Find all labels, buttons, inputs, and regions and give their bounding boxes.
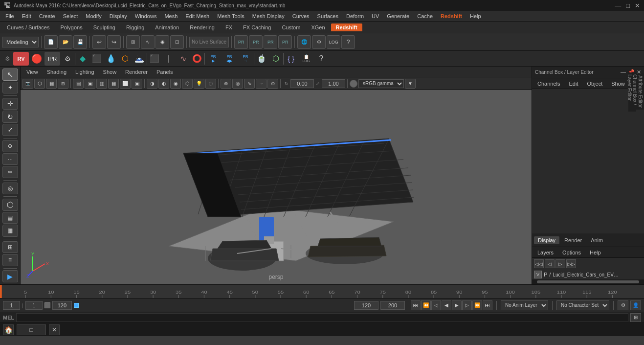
prev-frame-btn[interactable]: ◁ bbox=[431, 300, 441, 310]
shelf-gear-icon[interactable]: ⚙ bbox=[61, 52, 74, 66]
shelf-pr-2[interactable]: PR ◀▶ bbox=[222, 52, 237, 66]
vp-xray-btn[interactable]: ◎ bbox=[232, 79, 243, 89]
soft-mod-btn[interactable]: ⋯ bbox=[2, 153, 18, 165]
ws-tab-xgen[interactable]: XGen bbox=[306, 23, 330, 31]
menu-uv[interactable]: UV bbox=[368, 12, 382, 20]
vp-layout2-btn[interactable]: ▣ bbox=[85, 79, 95, 89]
show-manip-btn[interactable]: ◎ bbox=[2, 183, 18, 195]
play-fwd-btn[interactable]: ▶ bbox=[452, 300, 462, 310]
cb-channels-menu[interactable]: Channels bbox=[534, 80, 563, 88]
anim-max-input[interactable]: 200 bbox=[380, 301, 405, 310]
vp-layout4-btn[interactable]: ▦ bbox=[108, 79, 119, 89]
command-input[interactable] bbox=[16, 313, 628, 322]
shelf-log-icon[interactable]: 📋 LOG bbox=[298, 52, 314, 66]
playback-settings-btn[interactable]: ⚙ bbox=[618, 300, 628, 310]
shelf-red-cube[interactable]: ⬛ bbox=[148, 52, 161, 66]
scale-tool-btn[interactable]: ⤢ bbox=[2, 124, 18, 136]
snap-curve-btn[interactable]: ∿ bbox=[141, 35, 155, 49]
step-back-btn[interactable]: ⏪ bbox=[421, 300, 431, 310]
vp-camera-btn[interactable]: 📷 bbox=[22, 79, 33, 89]
timeline-ruler[interactable]: 5 10 15 20 25 30 35 40 45 50 5 bbox=[0, 284, 644, 298]
vp-shadow-btn[interactable]: ◌ bbox=[205, 79, 216, 89]
viewport[interactable]: View Shading Lighting Show Renderer Pane… bbox=[21, 67, 532, 284]
vp-menu-panels[interactable]: Panels bbox=[153, 68, 177, 76]
menu-curves[interactable]: Curves bbox=[289, 12, 313, 20]
shelf-curve-icon[interactable]: ∿ bbox=[176, 52, 190, 66]
render-settings-btn[interactable]: PR bbox=[278, 35, 292, 49]
playback-extra-btn[interactable]: 👤 bbox=[630, 300, 641, 310]
save-file-btn[interactable]: 💾 bbox=[73, 35, 87, 49]
layer-tab-render[interactable]: Render bbox=[560, 236, 586, 244]
shelf-poly-3[interactable]: ⬡ bbox=[118, 52, 132, 66]
layer-nav-4[interactable]: ▷▷ bbox=[566, 259, 576, 268]
ws-tab-sculpting[interactable]: Sculpting bbox=[89, 23, 120, 31]
display-2-btn[interactable]: ⚙ bbox=[312, 35, 326, 49]
taskbar-icon-1[interactable]: 🏠 bbox=[3, 324, 14, 335]
vp-layout5-btn[interactable]: ⬜ bbox=[120, 79, 131, 89]
vp-dof-btn[interactable]: ⊙ bbox=[267, 79, 278, 89]
cmd-settings-icon[interactable]: ⊞ bbox=[630, 313, 641, 322]
shelf-poly-4[interactable]: 🗻 bbox=[133, 52, 146, 66]
menu-edit[interactable]: Edit bbox=[19, 12, 35, 20]
shelf-ipr-icon[interactable]: IPR bbox=[44, 52, 60, 66]
layer-tab-display[interactable]: Display bbox=[534, 236, 559, 244]
vp-shading3-btn[interactable]: ◉ bbox=[170, 79, 181, 89]
layer-nav-2[interactable]: ◁ bbox=[545, 259, 555, 268]
vp-layout6-btn[interactable]: ▣ bbox=[132, 79, 142, 89]
layer-tab-anim[interactable]: Anim bbox=[587, 236, 607, 244]
render-ipr-btn[interactable]: PR bbox=[264, 35, 277, 49]
menu-mesh-tools[interactable]: Mesh Tools bbox=[214, 12, 247, 20]
anim-layer-selector[interactable]: No Anim Layer bbox=[501, 300, 548, 310]
vp-menu-show[interactable]: Show bbox=[99, 68, 121, 76]
menu-create[interactable]: Create bbox=[36, 12, 59, 20]
ws-tab-redshift[interactable]: Redshift bbox=[331, 23, 362, 31]
cb-edit-menu[interactable]: Edit bbox=[565, 80, 581, 88]
menu-mesh-display[interactable]: Mesh Display bbox=[249, 12, 288, 20]
next-frame-btn[interactable]: ▷ bbox=[462, 300, 472, 310]
snap-grid-btn[interactable]: ⊞ bbox=[126, 35, 140, 49]
shelf-poly-1[interactable]: ◆ bbox=[76, 52, 89, 66]
vp-texture-btn[interactable]: ⬡ bbox=[182, 79, 193, 89]
close-button[interactable]: ✕ bbox=[635, 2, 640, 9]
menu-help[interactable]: Help bbox=[466, 12, 485, 20]
taskbar-close-1[interactable]: ✕ bbox=[49, 324, 60, 335]
anim-end-display[interactable]: 120 bbox=[354, 301, 378, 310]
maximize-button[interactable]: □ bbox=[626, 2, 630, 9]
vp-menu-view[interactable]: View bbox=[22, 68, 42, 76]
ws-tab-custom[interactable]: Custom bbox=[277, 23, 306, 31]
universal-manip-btn[interactable]: ⊕ bbox=[2, 140, 18, 152]
menu-generate[interactable]: Generate bbox=[383, 12, 413, 20]
display-1-btn[interactable]: 🌐 bbox=[297, 35, 311, 49]
step-fwd-btn[interactable]: ⏩ bbox=[472, 300, 482, 310]
layer-entry[interactable]: V P / Lucid_Electric_Cars_on_EVgo_F bbox=[532, 270, 644, 279]
layer-nav-1[interactable]: ◁◁ bbox=[534, 259, 544, 268]
no-live-surface-display[interactable]: No Live Surface bbox=[189, 37, 229, 47]
redo-btn[interactable]: ↪ bbox=[107, 35, 121, 49]
shelf-pr-1[interactable]: PR ▶ bbox=[205, 52, 221, 66]
mode-selector-group[interactable]: Modeling bbox=[2, 37, 39, 47]
menu-redshift[interactable]: Redshift bbox=[437, 12, 466, 20]
menu-surfaces[interactable]: Surfaces bbox=[314, 12, 342, 20]
current-frame-input[interactable]: 1 bbox=[3, 301, 20, 310]
vp-view-btn[interactable]: ⬡ bbox=[34, 79, 45, 89]
layer-vis-btn[interactable]: V bbox=[534, 271, 542, 278]
minimize-button[interactable]: — bbox=[615, 2, 621, 9]
shelf-pr-3[interactable]: PR → bbox=[238, 52, 253, 66]
rotate-tool-btn[interactable]: ↻ bbox=[2, 111, 18, 123]
paint-btn[interactable]: ✏ bbox=[2, 166, 18, 178]
title-controls[interactable]: — □ ✕ bbox=[615, 2, 640, 9]
options-menu[interactable]: Options bbox=[559, 249, 584, 256]
goto-start-btn[interactable]: ⏮ bbox=[411, 300, 421, 310]
shelf-line-icon[interactable]: | bbox=[162, 52, 176, 66]
render-seq-btn[interactable]: PR bbox=[234, 35, 248, 49]
render-seq2-btn[interactable]: PR bbox=[249, 35, 263, 49]
menu-select[interactable]: Select bbox=[60, 12, 82, 20]
layout-1-btn[interactable]: ▤ bbox=[2, 212, 18, 224]
shelf-render-icon[interactable]: 🍵 bbox=[255, 52, 268, 66]
vp-coord-input-2[interactable]: 1.00 bbox=[322, 79, 345, 88]
start-frame-input[interactable]: 1 bbox=[25, 301, 43, 310]
menu-display[interactable]: Display bbox=[106, 12, 131, 20]
shelf-icon-2[interactable]: 🔴 bbox=[29, 52, 44, 66]
vp-shading1-btn[interactable]: ◑ bbox=[147, 79, 157, 89]
vp-motion-btn[interactable]: → bbox=[256, 79, 266, 89]
